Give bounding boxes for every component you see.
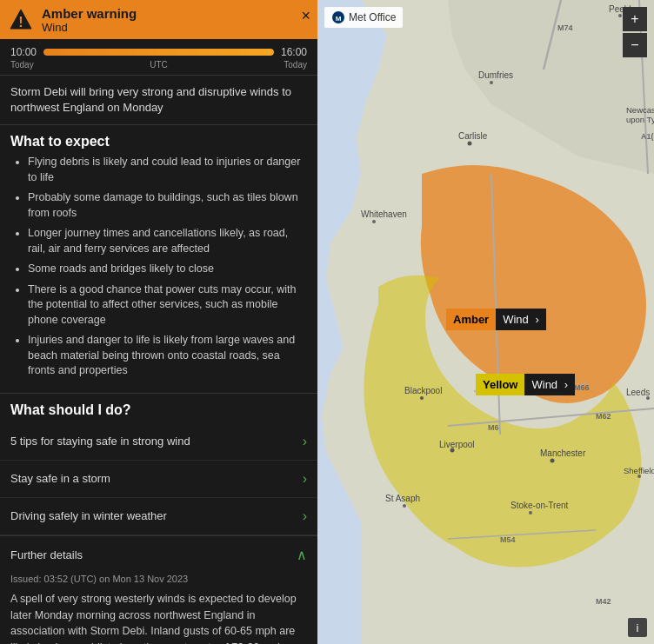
timeline-section: 10:00 16:00 Today UTC Today <box>0 39 317 76</box>
svg-text:upon Tyne: upon Tyne <box>626 115 654 124</box>
yellow-warning-badge[interactable]: Yellow Wind › <box>476 374 575 395</box>
info-button[interactable]: i <box>628 618 647 637</box>
warning-panel: ! Amber warning Wind × 10:00 16:00 Today… <box>0 0 317 644</box>
svg-text:Stoke-on-Trent: Stoke-on-Trent <box>511 501 569 510</box>
svg-text:Manchester: Manchester <box>540 448 586 458</box>
nav-link[interactable]: Stay safe in a storm› <box>0 461 317 498</box>
nav-link[interactable]: 5 tips for staying safe in strong wind› <box>0 423 317 461</box>
what-to-expect-list: Flying debris is likely and could lead t… <box>0 155 317 394</box>
svg-point-22 <box>372 220 376 223</box>
svg-point-23 <box>420 396 424 400</box>
what-to-do-title: What should I do? <box>0 394 317 423</box>
warning-title: Amber warning <box>42 6 309 21</box>
svg-text:M: M <box>336 15 342 23</box>
chevron-right-icon: › <box>303 471 307 487</box>
further-details-toggle[interactable]: Further details ∧ <box>0 536 317 574</box>
svg-text:Blackpool: Blackpool <box>404 386 442 395</box>
svg-text:Carlisle: Carlisle <box>458 131 488 141</box>
warning-triangle-icon: ! <box>9 8 33 32</box>
amber-type-label: Wind › <box>496 309 546 330</box>
yellow-level-label: Yellow <box>476 374 524 395</box>
what-to-expect-title: What to expect <box>0 125 317 155</box>
list-item: Injuries and danger to life is likely fr… <box>28 333 307 379</box>
start-day: Today <box>10 60 34 70</box>
link-label: 5 tips for staying safe in strong wind <box>10 435 190 448</box>
svg-text:Newcastle: Newcastle <box>626 105 654 115</box>
zoom-in-button[interactable]: + <box>623 7 647 31</box>
list-item: Probably some damage to buildings, such … <box>28 190 307 221</box>
svg-point-18 <box>618 14 622 17</box>
link-label: Driving safely in winter weather <box>10 509 167 522</box>
list-item: Flying debris is likely and could lead t… <box>28 155 307 185</box>
warning-description: Storm Debi will bring very strong and di… <box>0 76 317 125</box>
svg-text:M74: M74 <box>557 23 573 32</box>
svg-text:A1(M): A1(M) <box>641 132 654 141</box>
svg-text:Sheffield: Sheffield <box>624 466 654 475</box>
further-details-label: Further details <box>10 548 83 561</box>
chevron-up-icon: ∧ <box>297 547 307 563</box>
list-item: Longer journey times and cancellations l… <box>28 226 307 256</box>
svg-text:Dumfries: Dumfries <box>478 70 513 80</box>
list-item: There is a good chance that power cuts m… <box>28 282 307 329</box>
warning-title-block: Amber warning Wind <box>42 6 309 34</box>
close-button[interactable]: × <box>301 7 310 25</box>
warning-subtitle: Wind <box>42 21 309 34</box>
timeline-bar <box>43 49 274 56</box>
svg-text:Liverpool: Liverpool <box>439 440 475 449</box>
svg-point-28 <box>403 504 406 508</box>
detail-text: A spell of very strong westerly winds is… <box>10 591 307 644</box>
svg-text:M54: M54 <box>500 535 516 544</box>
map-controls: + − <box>623 7 647 57</box>
warning-header: ! Amber warning Wind × <box>0 0 317 39</box>
end-time: 16:00 <box>281 46 307 58</box>
met-office-logo: M Met Office <box>324 7 403 28</box>
svg-text:Whitehaven: Whitehaven <box>361 209 407 219</box>
start-time: 10:00 <box>10 46 37 58</box>
link-section: 5 tips for staying safe in strong wind›S… <box>0 423 317 536</box>
yellow-type-label: Wind › <box>524 374 575 395</box>
map-panel: M74 A1(M) M6 M65 M66 M62 M54 M42 Peebles <box>317 0 654 644</box>
issued-text: Issued: 03:52 (UTC) on Mon 13 Nov 2023 <box>10 574 307 584</box>
end-day: Today <box>284 60 307 70</box>
svg-text:M62: M62 <box>596 412 611 421</box>
utc-label: UTC <box>150 60 168 70</box>
chevron-right-icon: › <box>303 508 307 524</box>
further-details-content: Issued: 03:52 (UTC) on Mon 13 Nov 2023 A… <box>0 574 317 644</box>
met-office-label: Met Office <box>349 11 396 23</box>
svg-text:M42: M42 <box>596 597 611 606</box>
map-container[interactable]: M74 A1(M) M6 M65 M66 M62 M54 M42 Peebles <box>317 0 654 644</box>
further-details-section: Further details ∧ Issued: 03:52 (UTC) on… <box>0 536 317 644</box>
chevron-right-icon: › <box>303 434 307 449</box>
svg-text:St Asaph: St Asaph <box>385 494 420 503</box>
svg-text:Leeds: Leeds <box>626 388 650 397</box>
link-label: Stay safe in a storm <box>10 472 110 485</box>
svg-text:!: ! <box>18 15 23 30</box>
svg-text:M66: M66 <box>574 383 590 392</box>
zoom-out-button[interactable]: − <box>623 33 647 57</box>
met-office-icon: M <box>331 10 345 24</box>
svg-point-21 <box>468 142 472 146</box>
amber-level-label: Amber <box>446 309 496 330</box>
nav-link[interactable]: Driving safely in winter weather› <box>0 498 317 535</box>
svg-point-25 <box>551 459 555 463</box>
svg-point-20 <box>490 81 493 84</box>
svg-point-29 <box>529 511 532 515</box>
svg-text:M6: M6 <box>488 423 499 432</box>
list-item: Some roads and bridges likely to close <box>28 262 307 277</box>
amber-warning-badge[interactable]: Amber Wind › <box>446 309 546 330</box>
timeline-bar-wrap <box>43 49 274 56</box>
